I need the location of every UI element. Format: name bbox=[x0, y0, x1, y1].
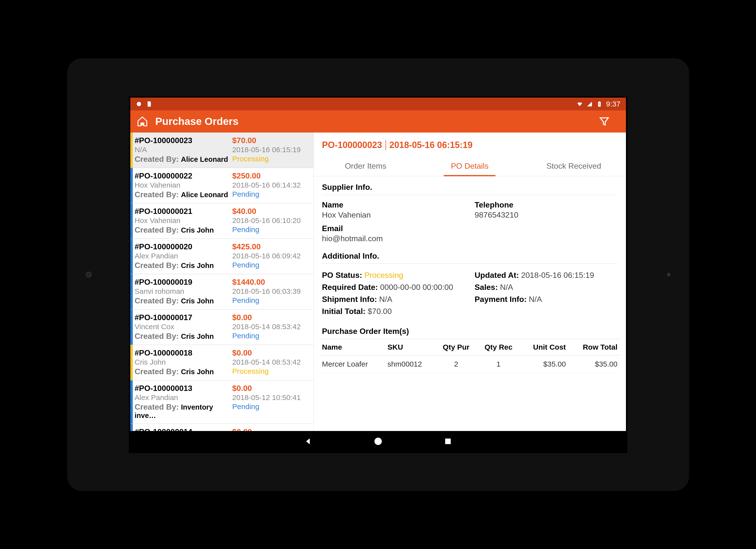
android-nav-bar bbox=[130, 431, 626, 452]
section-supplier: Supplier Info. bbox=[314, 176, 626, 195]
battery-icon bbox=[596, 101, 603, 107]
po-status: Pending bbox=[232, 225, 309, 234]
svg-rect-3 bbox=[445, 438, 451, 444]
list-item[interactable]: #PO-100000014$0.00 bbox=[130, 424, 313, 431]
po-supplier: Hox Vahenian bbox=[135, 216, 232, 225]
po-supplier: Hox Vahenian bbox=[135, 181, 232, 189]
section-po-items: Purchase Order Item(s) bbox=[314, 316, 626, 336]
app-bar: Purchase Orders bbox=[130, 110, 626, 133]
svg-rect-1 bbox=[141, 123, 144, 125]
list-item[interactable]: #PO-100000018Cris JohnCreated By: Cris J… bbox=[130, 345, 313, 380]
po-id: #PO-100000021 bbox=[135, 207, 232, 216]
po-date: 2018-05-16 06:15:19 bbox=[232, 146, 309, 154]
supplier-email-label: Email bbox=[322, 224, 465, 233]
col-qtyp: Qty Pur bbox=[435, 339, 477, 355]
po-amount: $0.00 bbox=[232, 313, 309, 322]
tablet-frame: 9:37 Purchase Orders #PO-100000023N/ACre… bbox=[67, 58, 689, 491]
po-date: 2018-05-16 06:03:39 bbox=[232, 287, 309, 296]
cell-rowt: $35.00 bbox=[569, 355, 621, 373]
home-nav-icon[interactable] bbox=[373, 436, 384, 447]
po-id: #PO-100000019 bbox=[135, 278, 232, 287]
status-stripe bbox=[130, 274, 133, 309]
po-items-table-wrap: Name SKU Qty Pur Qty Rec Unit Cost Row T… bbox=[314, 336, 626, 373]
supplier-tel-value: 9876543210 bbox=[475, 210, 618, 220]
cell-qtyr: 1 bbox=[477, 355, 520, 373]
page-title: Purchase Orders bbox=[155, 116, 598, 127]
screen: 9:37 Purchase Orders #PO-100000023N/ACre… bbox=[130, 98, 626, 452]
po-id: #PO-100000022 bbox=[135, 171, 232, 180]
status-stripe bbox=[130, 345, 133, 380]
list-item[interactable]: #PO-100000022Hox VahenianCreated By: Ali… bbox=[130, 168, 313, 203]
po-date: 2018-05-16 06:14:32 bbox=[232, 181, 309, 189]
supplier-tel-label: Telephone bbox=[475, 200, 618, 209]
front-camera-icon bbox=[86, 272, 92, 278]
po-items-heading: Purchase Order Item(s) bbox=[322, 327, 618, 336]
po-supplier: Cris John bbox=[135, 358, 232, 366]
wifi-icon bbox=[577, 101, 583, 107]
status-clock: 9:37 bbox=[606, 100, 620, 108]
po-supplier: N/A bbox=[135, 146, 232, 154]
list-item[interactable]: #PO-100000023N/ACreated By: Alice Leonar… bbox=[130, 133, 313, 168]
list-item[interactable]: #PO-100000019Sanvi rohomanCreated By: Cr… bbox=[130, 274, 313, 310]
po-amount: $0.00 bbox=[232, 384, 309, 393]
po-id: #PO-100000017 bbox=[135, 313, 232, 322]
supplier-name-value: Hox Vahenian bbox=[322, 210, 465, 220]
po-supplier: Sanvi rohoman bbox=[135, 287, 232, 296]
svg-point-0 bbox=[137, 102, 141, 106]
po-amount: $1440.00 bbox=[232, 278, 309, 287]
col-name: Name bbox=[319, 339, 384, 355]
back-icon[interactable] bbox=[303, 436, 314, 447]
initial-total-row: Initial Total: $70.00 bbox=[322, 307, 465, 316]
list-item[interactable]: #PO-100000017Vincent CoxCreated By: Cris… bbox=[130, 310, 313, 345]
additional-grid: PO Status: Processing Required Date: 000… bbox=[314, 264, 626, 316]
status-stripe bbox=[130, 239, 133, 274]
po-list[interactable]: #PO-100000023N/ACreated By: Alice Leonar… bbox=[130, 133, 314, 431]
po-created-by: Created By: Inventory inve… bbox=[135, 402, 232, 420]
po-status: Pending bbox=[232, 332, 309, 340]
po-amount: $40.00 bbox=[232, 207, 309, 216]
status-left bbox=[136, 101, 152, 107]
status-stripe bbox=[130, 168, 133, 203]
sdcard-icon bbox=[146, 101, 152, 107]
po-status: Pending bbox=[232, 190, 309, 198]
po-id: #PO-100000013 bbox=[135, 384, 232, 393]
tab-stock-received[interactable]: Stock Received bbox=[522, 155, 626, 176]
list-item[interactable]: #PO-100000021Hox VahenianCreated By: Cri… bbox=[130, 203, 313, 239]
sales-row: Sales: N/A bbox=[475, 283, 618, 292]
sensor-dot-icon bbox=[667, 273, 670, 276]
po-status-row: PO Status: Processing bbox=[322, 271, 465, 280]
po-date: 2018-05-16 06:10:20 bbox=[232, 216, 309, 225]
status-right: 9:37 bbox=[577, 100, 620, 108]
po-id: #PO-100000020 bbox=[135, 242, 232, 251]
home-icon[interactable] bbox=[135, 114, 149, 129]
col-sku: SKU bbox=[384, 339, 435, 355]
filter-icon[interactable] bbox=[598, 116, 610, 127]
recent-apps-icon[interactable] bbox=[443, 436, 453, 447]
po-created-by: Created By: Alice Leonard bbox=[135, 155, 232, 164]
detail-header: PO-100000023 2018-05-16 06:15:19 bbox=[314, 133, 626, 155]
circle-status-icon bbox=[136, 101, 142, 107]
cell-name: Mercer Loafer bbox=[319, 355, 384, 373]
detail-po-date: 2018-05-16 06:15:19 bbox=[389, 140, 473, 150]
cell-unit: $35.00 bbox=[520, 355, 569, 373]
shipment-row: Shipment Info: N/A bbox=[322, 295, 465, 304]
col-rowt: Row Total bbox=[569, 339, 621, 355]
list-item[interactable]: #PO-100000020Alex PandianCreated By: Cri… bbox=[130, 239, 313, 274]
po-supplier: Alex Pandian bbox=[135, 252, 232, 260]
po-amount: $250.00 bbox=[232, 171, 309, 180]
po-id: #PO-100000018 bbox=[135, 348, 232, 357]
po-amount: $425.00 bbox=[232, 242, 309, 251]
po-created-by: Created By: Cris John bbox=[135, 332, 232, 341]
updated-row: Updated At: 2018-05-16 06:15:19 bbox=[475, 271, 618, 280]
po-status: Pending bbox=[232, 296, 309, 305]
list-item[interactable]: #PO-100000013Alex PandianCreated By: Inv… bbox=[130, 380, 313, 424]
po-amount: $70.00 bbox=[232, 136, 309, 145]
tab-order-items[interactable]: Order Items bbox=[314, 155, 418, 176]
po-created-by: Created By: Cris John bbox=[135, 225, 232, 235]
status-bar: 9:37 bbox=[130, 98, 626, 110]
tab-po-details[interactable]: PO Details bbox=[418, 155, 522, 176]
po-created-by: Created By: Cris John bbox=[135, 261, 232, 270]
status-stripe bbox=[130, 310, 133, 345]
po-status: Processing bbox=[232, 367, 309, 375]
supplier-name-label: Name bbox=[322, 200, 465, 209]
